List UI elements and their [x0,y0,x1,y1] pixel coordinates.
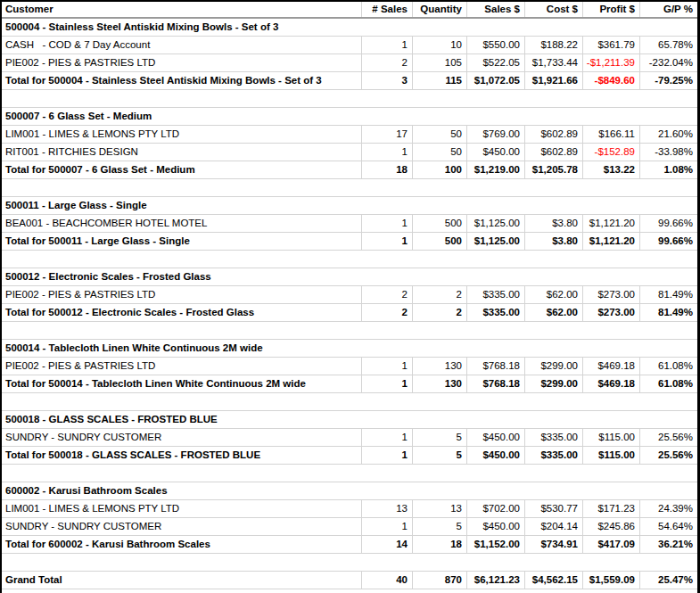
cell-gp-percent[interactable]: 25.56% [639,429,697,446]
cell-cost-amount[interactable]: $530.77 [524,500,582,517]
cell-cost-amount[interactable]: $3.80 [524,233,582,250]
column-header-gp-percent[interactable]: G/P % [639,2,697,17]
group-title[interactable]: 500007 - 6 Glass Set - Medium [2,108,697,125]
cell-cost-amount[interactable]: $204.14 [524,518,582,535]
cell-quantity[interactable]: 50 [412,144,466,161]
cell-profit-amount[interactable]: $1,121.20 [582,233,639,250]
cell-gp-percent[interactable]: 81.49% [639,286,697,303]
cell-sales-count[interactable]: 1 [361,215,412,232]
cell-profit-amount[interactable]: $171.23 [582,500,639,517]
cell-customer[interactable]: BEA001 - BEACHCOMBER HOTEL MOTEL [2,215,361,232]
cell-gp-percent[interactable]: 65.78% [639,37,697,54]
cell-cost-amount[interactable]: $1,921.66 [524,72,582,89]
cell-quantity[interactable]: 130 [412,375,466,392]
cell-total-label[interactable]: Total for 500018 - GLASS SCALES - FROSTE… [2,447,361,464]
group-title[interactable]: 500012 - Electronic Scales - Frosted Gla… [2,268,697,285]
cell-gp-percent[interactable]: 99.66% [639,215,697,232]
cell-quantity[interactable]: 870 [412,572,466,589]
cell-quantity[interactable]: 13 [412,500,466,517]
column-header-profit-amount[interactable]: Profit $ [582,2,639,17]
cell-sales-count[interactable]: 1 [361,429,412,446]
cell-cost-amount[interactable]: $3.80 [524,215,582,232]
cell-total-label[interactable]: Total for 500004 - Stainless Steel Antis… [2,72,361,89]
cell-customer[interactable]: SUNDRY - SUNDRY CUSTOMER [2,518,361,535]
cell-cost-amount[interactable]: $335.00 [524,429,582,446]
cell-gp-percent[interactable]: 25.47% [639,572,697,589]
cell-sales-amount[interactable]: $702.00 [466,500,524,517]
cell-quantity[interactable]: 5 [412,447,466,464]
cell-cost-amount[interactable]: $62.00 [524,286,582,303]
cell-quantity[interactable]: 2 [412,304,466,321]
cell-gp-percent[interactable]: 1.08% [639,161,697,178]
cell-gp-percent[interactable]: -33.98% [639,144,697,161]
cell-sales-count[interactable]: 1 [361,375,412,392]
cell-sales-count[interactable]: 2 [361,286,412,303]
column-header-sales-amount[interactable]: Sales $ [466,2,524,17]
cell-sales-amount[interactable]: $1,125.00 [466,215,524,232]
cell-sales-count[interactable]: 40 [361,572,412,589]
cell-gp-percent[interactable]: 61.08% [639,375,697,392]
cell-profit-amount[interactable]: $245.86 [582,518,639,535]
cell-cost-amount[interactable]: $1,733.44 [524,54,582,71]
cell-cost-amount[interactable]: $299.00 [524,358,582,375]
cell-quantity[interactable]: 130 [412,358,466,375]
cell-total-label[interactable]: Grand Total [2,572,361,589]
cell-sales-amount[interactable]: $450.00 [466,144,524,161]
cell-cost-amount[interactable]: $602.89 [524,126,582,143]
cell-sales-amount[interactable]: $450.00 [466,518,524,535]
cell-sales-amount[interactable]: $1,219.00 [466,161,524,178]
cell-gp-percent[interactable]: 24.39% [639,500,697,517]
cell-gp-percent[interactable]: 61.08% [639,358,697,375]
group-title[interactable]: 500011 - Large Glass - Single [2,197,697,214]
cell-total-label[interactable]: Total for 500007 - 6 Glass Set - Medium [2,161,361,178]
cell-profit-amount[interactable]: $273.00 [582,286,639,303]
cell-sales-amount[interactable]: $768.18 [466,358,524,375]
cell-profit-amount[interactable]: -$152.89 [582,144,639,161]
cell-profit-amount[interactable]: $1,121.20 [582,215,639,232]
cell-quantity[interactable]: 10 [412,37,466,54]
cell-customer[interactable]: CASH - COD & 7 Day Account [2,37,361,54]
cell-profit-amount[interactable]: $115.00 [582,429,639,446]
cell-profit-amount[interactable]: $13.22 [582,161,639,178]
cell-profit-amount[interactable]: $115.00 [582,447,639,464]
cell-sales-amount[interactable]: $450.00 [466,429,524,446]
cell-gp-percent[interactable]: 54.64% [639,518,697,535]
cell-sales-amount[interactable]: $450.00 [466,447,524,464]
cell-customer[interactable]: PIE002 - PIES & PASTRIES LTD [2,286,361,303]
cell-sales-amount[interactable]: $6,121.23 [466,572,524,589]
cell-sales-amount[interactable]: $768.18 [466,375,524,392]
cell-customer[interactable]: PIE002 - PIES & PASTRIES LTD [2,358,361,375]
cell-quantity[interactable]: 2 [412,286,466,303]
cell-sales-count[interactable]: 13 [361,500,412,517]
column-header-customer[interactable]: Customer [2,2,361,17]
column-header-sales-count[interactable]: # Sales [361,2,412,17]
cell-sales-count[interactable]: 17 [361,126,412,143]
cell-sales-count[interactable]: 2 [361,54,412,71]
cell-sales-amount[interactable]: $1,072.05 [466,72,524,89]
cell-quantity[interactable]: 105 [412,54,466,71]
cell-customer[interactable]: SUNDRY - SUNDRY CUSTOMER [2,429,361,446]
cell-gp-percent[interactable]: 81.49% [639,304,697,321]
group-title[interactable]: 500014 - Tablecloth Linen White Continuo… [2,340,697,357]
cell-sales-count[interactable]: 3 [361,72,412,89]
cell-sales-amount[interactable]: $769.00 [466,126,524,143]
cell-gp-percent[interactable]: 25.56% [639,447,697,464]
cell-quantity[interactable]: 115 [412,72,466,89]
cell-sales-amount[interactable]: $335.00 [466,286,524,303]
cell-sales-count[interactable]: 14 [361,536,412,553]
cell-cost-amount[interactable]: $602.89 [524,144,582,161]
group-title[interactable]: 600002 - Karusi Bathroom Scales [2,482,697,499]
cell-profit-amount[interactable]: $166.11 [582,126,639,143]
cell-quantity[interactable]: 50 [412,126,466,143]
cell-sales-amount[interactable]: $550.00 [466,37,524,54]
cell-profit-amount[interactable]: $273.00 [582,304,639,321]
cell-total-label[interactable]: Total for 500014 - Tablecloth Linen Whit… [2,375,361,392]
cell-sales-amount[interactable]: $335.00 [466,304,524,321]
cell-total-label[interactable]: Total for 600002 - Karusi Bathroom Scale… [2,536,361,553]
column-header-quantity[interactable]: Quantity [412,2,466,17]
cell-profit-amount[interactable]: $469.18 [582,375,639,392]
cell-sales-count[interactable]: 1 [361,144,412,161]
column-header-cost-amount[interactable]: Cost $ [524,2,582,17]
cell-customer[interactable]: LIM001 - LIMES & LEMONS PTY LTD [2,500,361,517]
cell-profit-amount[interactable]: $469.18 [582,358,639,375]
